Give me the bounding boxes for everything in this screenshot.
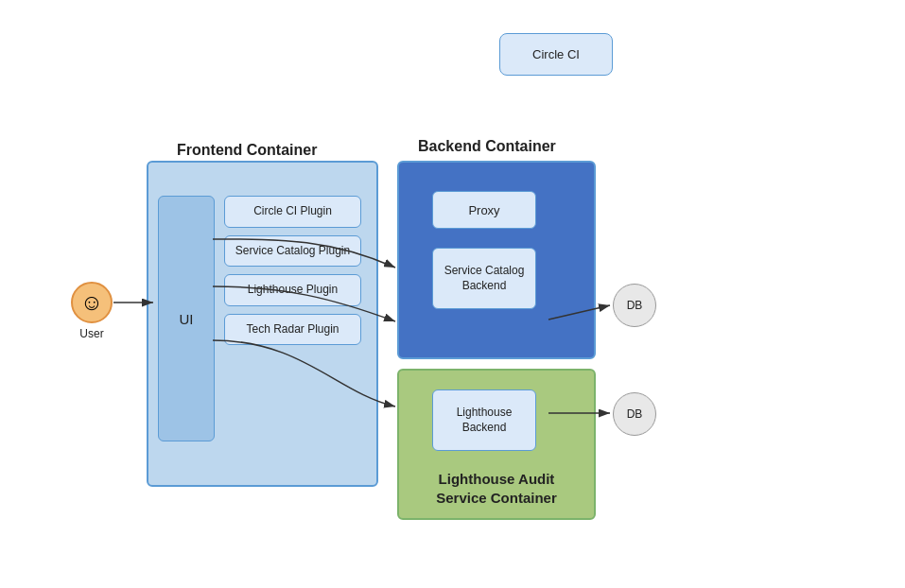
ui-box: UI — [158, 196, 215, 441]
db2-label: DB — [627, 407, 643, 421]
lighthouse-audit-container: Lighthouse Backend Lighthouse AuditServi… — [397, 369, 596, 520]
plugin-lighthouse: Lighthouse Plugin — [224, 274, 361, 306]
db1-label: DB — [627, 299, 643, 312]
db-circle-backend: DB — [613, 284, 656, 327]
lighthouse-backend-label: Lighthouse Backend — [433, 406, 535, 435]
user-label: User — [79, 327, 103, 340]
service-catalog-backend-label: Service Catalog Backend — [433, 264, 535, 293]
frontend-container-label: Frontend Container — [177, 142, 317, 159]
proxy-box: Proxy — [432, 191, 536, 229]
plugin-tech-radar: Tech Radar Plugin — [224, 314, 361, 346]
service-catalog-backend-box: Service Catalog Backend — [432, 248, 536, 309]
ui-box-label: UI — [180, 311, 194, 327]
user-face: ☺ — [71, 282, 113, 323]
db-circle-lighthouse: DB — [613, 392, 656, 436]
plugin-circle-ci: Circle CI Plugin — [224, 196, 361, 228]
frontend-container: Frontend Container UI Circle CI Plugin S… — [147, 161, 378, 487]
backend-container: Backend Container Proxy Service Catalog … — [397, 161, 596, 359]
circle-ci-top-box: Circle CI — [499, 33, 613, 76]
user-icon-group: ☺ User — [71, 282, 113, 340]
proxy-label: Proxy — [468, 203, 499, 217]
lighthouse-backend-box: Lighthouse Backend — [432, 389, 536, 451]
lighthouse-container-label: Lighthouse AuditService Container — [399, 470, 594, 507]
diagram-area: Circle CI ☺ User Frontend Container UI C… — [0, 0, 905, 588]
backend-container-label: Backend Container — [418, 138, 556, 155]
circle-ci-top-label: Circle CI — [532, 47, 580, 61]
plugin-service-catalog: Service Catalog Plugin — [224, 235, 361, 268]
plugins-column: Circle CI Plugin Service Catalog Plugin … — [224, 196, 361, 345]
